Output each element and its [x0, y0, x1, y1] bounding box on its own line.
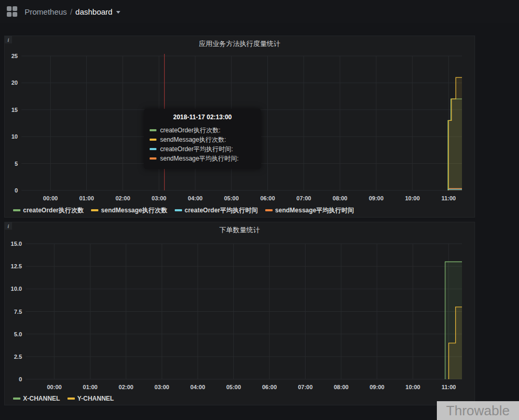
series-color-swatch [150, 129, 156, 131]
menu-icon-square [7, 6, 12, 11]
time-series-chart-order-count[interactable]: 02.55.07.510.012.515.000:0001:0002:0003:… [5, 238, 476, 393]
x-axis-tick-label: 07:00 [297, 195, 311, 201]
breadcrumb-app[interactable]: Prometheus [25, 7, 67, 16]
x-axis-tick-label: 11:00 [442, 384, 456, 390]
x-axis-tick-label: 05:00 [226, 384, 241, 390]
x-axis-tick-label: 00:00 [47, 384, 62, 390]
legend-label: createOrder平均执行时间 [185, 206, 258, 215]
x-axis-tick-label: 06:00 [262, 384, 277, 390]
series-area [448, 77, 462, 190]
chevron-down-icon[interactable] [116, 11, 120, 14]
menu-icon-square [7, 12, 12, 17]
x-axis-tick-label: 03:00 [154, 384, 169, 390]
menu-icon-square [13, 6, 17, 11]
x-axis-tick-label: 01:00 [79, 195, 94, 201]
legend-item[interactable]: X-CHANNEL [13, 395, 60, 402]
chart-tooltip: 2018-11-17 02:13:00 createOrder执行次数: sen… [144, 109, 261, 169]
breadcrumb-dashboard[interactable]: dashboard [75, 7, 112, 16]
panel-order-count: i 下单数量统计 02.55.07.510.012.515.000:0001:0… [4, 222, 475, 405]
y-axis-tick-label: 5 [15, 161, 18, 167]
legend-item[interactable]: sendMessage平均执行时间 [265, 206, 354, 215]
x-axis-tick-label: 08:00 [333, 195, 347, 201]
panel-title-method-metrics[interactable]: 应用业务方法执行度量统计 [5, 36, 475, 52]
grafana-dashboard-page: Prometheus/dashboard i 应用业务方法执行度量统计 0510… [0, 0, 519, 420]
tooltip-series-label: createOrder平均执行时间: [160, 145, 233, 154]
legend-color-swatch [13, 398, 20, 400]
tooltip-series-label: sendMessage执行次数: [160, 135, 226, 144]
y-axis-tick-label: 0 [15, 187, 18, 194]
tooltip-series-label: sendMessage平均执行时间: [160, 154, 239, 163]
legend-color-swatch [67, 398, 75, 400]
x-axis-tick-label: 05:00 [224, 195, 239, 201]
tooltip-row: createOrder平均执行时间: [150, 144, 255, 154]
breadcrumb: Prometheus/dashboard [25, 7, 120, 16]
panel-title-order-count[interactable]: 下单数量统计 [5, 222, 475, 238]
y-axis-tick-label: 10 [12, 133, 18, 140]
x-axis-tick-label: 01:00 [83, 384, 97, 390]
watermark: Throwable [437, 401, 519, 420]
legend-label: Y-CHANNEL [77, 395, 114, 402]
legend-label: sendMessage平均执行时间 [275, 206, 354, 215]
y-axis-tick-label: 15.0 [11, 241, 22, 247]
legend-label: sendMessage执行次数 [101, 206, 167, 215]
series-color-swatch [150, 148, 156, 150]
y-axis-tick-label: 10.0 [11, 286, 22, 292]
chart-legend: createOrder执行次数sendMessage执行次数createOrde… [5, 205, 475, 216]
legend-color-swatch [265, 209, 273, 211]
legend-item[interactable]: createOrder平均执行时间 [175, 206, 258, 215]
menu-icon-square [13, 12, 17, 17]
top-nav: Prometheus/dashboard [0, 0, 519, 23]
y-axis-tick-label: 2.5 [14, 354, 22, 360]
y-axis-tick-label: 20 [12, 80, 18, 86]
grafana-menu-icon[interactable] [7, 6, 17, 17]
y-axis-tick-label: 0 [19, 376, 22, 382]
legend-item[interactable]: Y-CHANNEL [67, 395, 114, 402]
x-axis-tick-label: 10:00 [405, 195, 420, 201]
legend-color-swatch [91, 209, 98, 211]
x-axis-tick-label: 09:00 [370, 384, 385, 390]
x-axis-tick-label: 02:00 [116, 195, 130, 201]
series-color-swatch [150, 139, 156, 141]
tooltip-row: sendMessage平均执行时间: [150, 154, 255, 163]
x-axis-tick-label: 11:00 [442, 195, 456, 201]
y-axis-tick-label: 15 [12, 107, 18, 113]
x-axis-tick-label: 02:00 [119, 384, 133, 390]
tooltip-series-label: createOrder执行次数: [160, 126, 220, 135]
x-axis-tick-label: 03:00 [152, 195, 166, 201]
panel-info-icon[interactable]: i [5, 222, 12, 230]
legend-label: createOrder执行次数 [23, 206, 84, 215]
x-axis-tick-label: 09:00 [369, 195, 383, 201]
x-axis-tick-label: 07:00 [298, 384, 312, 390]
x-axis-tick-label: 06:00 [260, 195, 275, 201]
tooltip-row: sendMessage执行次数: [150, 135, 255, 144]
tooltip-timestamp: 2018-11-17 02:13:00 [150, 113, 255, 121]
x-axis-tick-label: 04:00 [190, 384, 205, 390]
series-color-swatch [150, 157, 156, 160]
x-axis-tick-label: 04:00 [188, 195, 202, 201]
y-axis-tick-label: 25 [12, 53, 18, 59]
legend-color-swatch [175, 209, 182, 211]
tooltip-row: createOrder执行次数: [150, 126, 255, 135]
panel-info-icon[interactable]: i [5, 36, 12, 43]
legend-item[interactable]: sendMessage执行次数 [91, 206, 167, 215]
x-axis-tick-label: 08:00 [334, 384, 348, 390]
legend-color-swatch [13, 209, 20, 211]
legend-item[interactable]: createOrder执行次数 [13, 206, 84, 215]
chart-legend: X-CHANNELY-CHANNEL [5, 393, 475, 404]
x-axis-tick-label: 00:00 [43, 195, 58, 201]
y-axis-tick-label: 7.5 [14, 309, 22, 315]
y-axis-tick-label: 12.5 [11, 263, 22, 269]
breadcrumb-separator: / [70, 7, 72, 16]
x-axis-tick-label: 10:00 [405, 384, 420, 390]
y-axis-tick-label: 5.0 [14, 331, 22, 337]
legend-label: X-CHANNEL [23, 395, 60, 402]
